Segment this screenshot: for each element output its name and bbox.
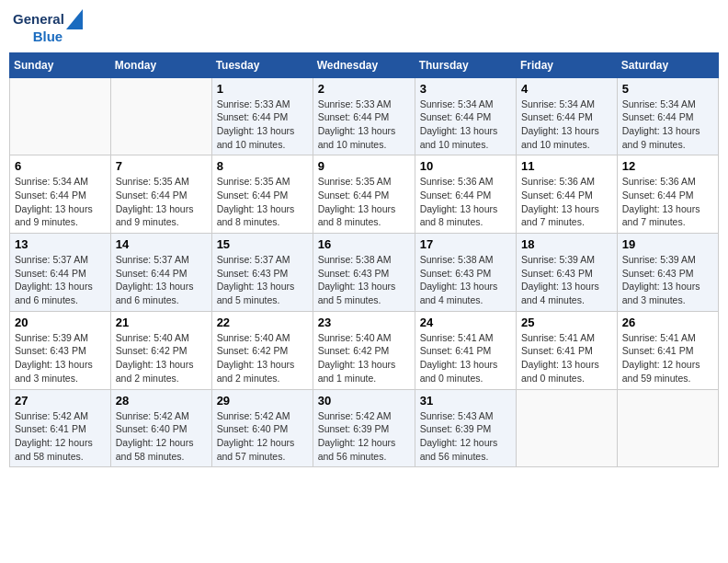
page-header: General Blue	[9, 9, 719, 45]
calendar-cell: 4Sunrise: 5:34 AM Sunset: 6:44 PM Daylig…	[517, 77, 618, 155]
calendar-week-row: 13Sunrise: 5:37 AM Sunset: 6:44 PM Dayli…	[10, 234, 719, 312]
day-header-sunday: Sunday	[10, 52, 111, 77]
day-info: Sunrise: 5:33 AM Sunset: 6:44 PM Dayligh…	[217, 98, 308, 152]
calendar-cell: 31Sunrise: 5:43 AM Sunset: 6:39 PM Dayli…	[415, 389, 516, 467]
calendar-week-row: 20Sunrise: 5:39 AM Sunset: 6:43 PM Dayli…	[10, 311, 719, 389]
day-number: 21	[116, 316, 207, 329]
day-info: Sunrise: 5:43 AM Sunset: 6:39 PM Dayligh…	[420, 409, 511, 464]
calendar-cell	[617, 389, 718, 467]
calendar-week-row: 27Sunrise: 5:42 AM Sunset: 6:41 PM Dayli…	[10, 389, 719, 467]
day-info: Sunrise: 5:35 AM Sunset: 6:44 PM Dayligh…	[318, 175, 410, 229]
day-info: Sunrise: 5:36 AM Sunset: 6:44 PM Dayligh…	[420, 175, 511, 229]
calendar-cell: 7Sunrise: 5:35 AM Sunset: 6:44 PM Daylig…	[110, 155, 211, 234]
day-info: Sunrise: 5:39 AM Sunset: 6:43 PM Dayligh…	[622, 253, 713, 307]
day-number: 27	[15, 394, 106, 408]
day-number: 31	[420, 394, 511, 408]
calendar-cell: 23Sunrise: 5:40 AM Sunset: 6:42 PM Dayli…	[313, 311, 415, 389]
calendar-cell: 3Sunrise: 5:34 AM Sunset: 6:44 PM Daylig…	[415, 77, 516, 155]
day-number: 4	[521, 82, 612, 96]
day-number: 9	[318, 159, 410, 173]
calendar-cell: 2Sunrise: 5:33 AM Sunset: 6:44 PM Daylig…	[313, 77, 415, 155]
calendar-cell: 15Sunrise: 5:37 AM Sunset: 6:43 PM Dayli…	[211, 234, 313, 312]
calendar-cell: 27Sunrise: 5:42 AM Sunset: 6:41 PM Dayli…	[10, 389, 111, 467]
day-info: Sunrise: 5:42 AM Sunset: 6:39 PM Dayligh…	[318, 409, 410, 464]
day-number: 11	[521, 159, 612, 173]
day-info: Sunrise: 5:36 AM Sunset: 6:44 PM Dayligh…	[622, 175, 713, 229]
day-number: 7	[116, 159, 207, 173]
day-number: 15	[217, 237, 308, 251]
day-info: Sunrise: 5:37 AM Sunset: 6:44 PM Dayligh…	[116, 253, 207, 307]
calendar-table: SundayMondayTuesdayWednesdayThursdayFrid…	[9, 52, 719, 468]
calendar-cell: 16Sunrise: 5:38 AM Sunset: 6:43 PM Dayli…	[313, 234, 415, 312]
day-number: 5	[622, 82, 713, 96]
calendar-cell: 14Sunrise: 5:37 AM Sunset: 6:44 PM Dayli…	[110, 234, 211, 312]
day-number: 12	[622, 159, 713, 173]
calendar-cell: 9Sunrise: 5:35 AM Sunset: 6:44 PM Daylig…	[313, 155, 415, 234]
day-number: 13	[15, 237, 106, 251]
calendar-cell: 6Sunrise: 5:34 AM Sunset: 6:44 PM Daylig…	[10, 155, 111, 234]
day-info: Sunrise: 5:41 AM Sunset: 6:41 PM Dayligh…	[622, 331, 713, 385]
calendar-cell: 20Sunrise: 5:39 AM Sunset: 6:43 PM Dayli…	[10, 311, 111, 389]
day-info: Sunrise: 5:33 AM Sunset: 6:44 PM Dayligh…	[318, 98, 410, 152]
calendar-cell: 11Sunrise: 5:36 AM Sunset: 6:44 PM Dayli…	[517, 155, 618, 234]
calendar-week-row: 6Sunrise: 5:34 AM Sunset: 6:44 PM Daylig…	[10, 155, 719, 234]
day-header-wednesday: Wednesday	[313, 52, 415, 77]
day-info: Sunrise: 5:39 AM Sunset: 6:43 PM Dayligh…	[521, 253, 612, 307]
calendar-cell: 28Sunrise: 5:42 AM Sunset: 6:40 PM Dayli…	[110, 389, 211, 467]
day-number: 17	[420, 237, 511, 251]
day-info: Sunrise: 5:37 AM Sunset: 6:44 PM Dayligh…	[15, 253, 106, 307]
day-info: Sunrise: 5:34 AM Sunset: 6:44 PM Dayligh…	[622, 98, 713, 152]
svg-marker-0	[66, 9, 83, 29]
calendar-cell: 1Sunrise: 5:33 AM Sunset: 6:44 PM Daylig…	[211, 77, 313, 155]
day-number: 26	[622, 316, 713, 329]
calendar-cell: 30Sunrise: 5:42 AM Sunset: 6:39 PM Dayli…	[313, 389, 415, 467]
logo: General Blue	[13, 9, 83, 45]
day-info: Sunrise: 5:42 AM Sunset: 6:41 PM Dayligh…	[15, 409, 106, 464]
logo-text-general: General	[13, 12, 64, 28]
day-info: Sunrise: 5:41 AM Sunset: 6:41 PM Dayligh…	[420, 331, 511, 385]
day-number: 22	[217, 316, 308, 329]
day-number: 2	[318, 82, 410, 96]
day-number: 6	[15, 159, 106, 173]
day-info: Sunrise: 5:39 AM Sunset: 6:43 PM Dayligh…	[15, 331, 106, 385]
calendar-cell: 22Sunrise: 5:40 AM Sunset: 6:42 PM Dayli…	[211, 311, 313, 389]
day-number: 20	[15, 316, 106, 329]
day-info: Sunrise: 5:36 AM Sunset: 6:44 PM Dayligh…	[521, 175, 612, 229]
day-number: 1	[217, 82, 308, 96]
calendar-cell	[10, 77, 111, 155]
calendar-cell: 12Sunrise: 5:36 AM Sunset: 6:44 PM Dayli…	[617, 155, 718, 234]
calendar-cell: 24Sunrise: 5:41 AM Sunset: 6:41 PM Dayli…	[415, 311, 516, 389]
day-number: 18	[521, 237, 612, 251]
day-info: Sunrise: 5:40 AM Sunset: 6:42 PM Dayligh…	[217, 331, 308, 385]
day-info: Sunrise: 5:38 AM Sunset: 6:43 PM Dayligh…	[318, 253, 410, 307]
day-header-tuesday: Tuesday	[211, 52, 313, 77]
logo-icon	[66, 9, 83, 29]
calendar-cell: 25Sunrise: 5:41 AM Sunset: 6:41 PM Dayli…	[517, 311, 618, 389]
day-info: Sunrise: 5:41 AM Sunset: 6:41 PM Dayligh…	[521, 331, 612, 385]
day-header-saturday: Saturday	[617, 52, 718, 77]
day-number: 29	[217, 394, 308, 408]
day-header-monday: Monday	[110, 52, 211, 77]
day-info: Sunrise: 5:35 AM Sunset: 6:44 PM Dayligh…	[116, 175, 207, 229]
day-number: 19	[622, 237, 713, 251]
calendar-cell: 19Sunrise: 5:39 AM Sunset: 6:43 PM Dayli…	[617, 234, 718, 312]
day-info: Sunrise: 5:37 AM Sunset: 6:43 PM Dayligh…	[217, 253, 308, 307]
day-number: 10	[420, 159, 511, 173]
day-number: 25	[521, 316, 612, 329]
calendar-cell: 10Sunrise: 5:36 AM Sunset: 6:44 PM Dayli…	[415, 155, 516, 234]
day-number: 28	[116, 394, 207, 408]
calendar-header-row: SundayMondayTuesdayWednesdayThursdayFrid…	[10, 52, 719, 77]
day-info: Sunrise: 5:40 AM Sunset: 6:42 PM Dayligh…	[318, 331, 410, 385]
calendar-week-row: 1Sunrise: 5:33 AM Sunset: 6:44 PM Daylig…	[10, 77, 719, 155]
day-number: 8	[217, 159, 308, 173]
logo-text-blue: Blue	[33, 29, 63, 45]
calendar-cell	[517, 389, 618, 467]
day-number: 3	[420, 82, 511, 96]
day-number: 16	[318, 237, 410, 251]
calendar-cell	[110, 77, 211, 155]
day-info: Sunrise: 5:42 AM Sunset: 6:40 PM Dayligh…	[116, 409, 207, 464]
day-info: Sunrise: 5:38 AM Sunset: 6:43 PM Dayligh…	[420, 253, 511, 307]
calendar-cell: 21Sunrise: 5:40 AM Sunset: 6:42 PM Dayli…	[110, 311, 211, 389]
calendar-cell: 26Sunrise: 5:41 AM Sunset: 6:41 PM Dayli…	[617, 311, 718, 389]
day-number: 23	[318, 316, 410, 329]
